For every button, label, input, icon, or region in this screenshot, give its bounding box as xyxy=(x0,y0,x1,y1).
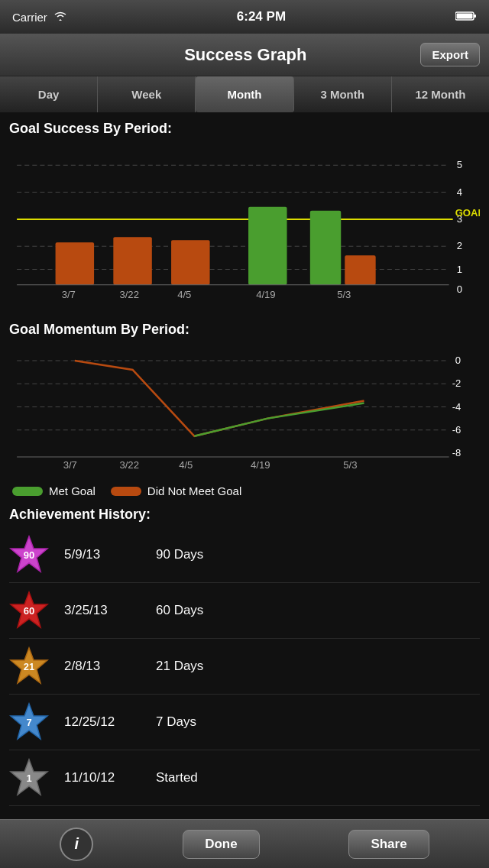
svg-text:1: 1 xyxy=(26,772,31,784)
tab-day[interactable]: Day xyxy=(0,76,98,112)
momentum-chart-container: 0 -2 -4 -6 -8 3/7 3/22 4/5 4/19 5/3 xyxy=(9,344,480,477)
share-button[interactable]: Share xyxy=(348,830,429,859)
badge-60days: 60 xyxy=(9,591,49,630)
main-content: Goal Success By Period: 5 4 3 2 1 0 GOAL xyxy=(0,113,489,819)
achievement-row-90days: 90 5/9/13 90 Days xyxy=(9,527,480,583)
page-title: Success Graph xyxy=(70,45,420,65)
achievement-row-21days: 21 2/8/13 21 Days xyxy=(9,639,480,695)
did-not-meet-label: Did Not Meet Goal xyxy=(147,484,241,497)
carrier-label: Carrier xyxy=(12,11,47,24)
tab-3month[interactable]: 3 Month xyxy=(294,76,392,112)
svg-text:2: 2 xyxy=(457,240,462,251)
svg-text:-4: -4 xyxy=(452,401,461,413)
svg-text:5/3: 5/3 xyxy=(343,459,357,471)
export-button[interactable]: Export xyxy=(420,43,480,66)
info-button[interactable]: i xyxy=(60,828,93,861)
achievement-history-title: Achievement History: xyxy=(9,507,480,523)
tab-bar: Day Week Month 3 Month 12 Month xyxy=(0,76,489,113)
battery-icon xyxy=(455,11,477,24)
svg-text:7: 7 xyxy=(26,717,31,728)
done-button[interactable]: Done xyxy=(183,830,260,859)
achievement-label-1: 60 Days xyxy=(156,603,203,618)
svg-text:4/19: 4/19 xyxy=(251,459,270,471)
achievement-label-4: Started xyxy=(156,770,198,785)
svg-text:-8: -8 xyxy=(452,447,461,458)
badge-started: 1 xyxy=(9,758,49,798)
svg-text:90: 90 xyxy=(24,549,34,561)
svg-text:21: 21 xyxy=(24,661,34,672)
bottom-bar: i Done Share xyxy=(0,819,489,868)
svg-rect-19 xyxy=(248,207,287,285)
svg-rect-20 xyxy=(310,211,341,285)
svg-text:-6: -6 xyxy=(452,424,461,436)
svg-text:60: 60 xyxy=(24,605,34,617)
tab-week[interactable]: Week xyxy=(98,76,196,112)
svg-rect-16 xyxy=(56,242,94,285)
met-goal-legend: Met Goal xyxy=(12,484,96,497)
achievement-date-1: 3/25/13 xyxy=(64,603,156,618)
header: Success Graph Export xyxy=(0,34,489,76)
status-time: 6:24 PM xyxy=(237,9,286,24)
achievement-date-3: 12/25/12 xyxy=(64,714,156,730)
badge-21days: 21 xyxy=(9,646,49,686)
achievement-label-0: 90 Days xyxy=(156,547,203,562)
achievement-row-60days: 60 3/25/13 60 Days xyxy=(9,583,480,639)
tab-12month[interactable]: 12 Month xyxy=(392,76,489,112)
svg-rect-18 xyxy=(171,240,209,285)
svg-text:1: 1 xyxy=(457,264,462,275)
svg-text:4/5: 4/5 xyxy=(177,289,191,300)
svg-text:4: 4 xyxy=(457,186,462,198)
svg-text:GOAL: GOAL xyxy=(455,207,480,219)
svg-text:4/5: 4/5 xyxy=(179,459,193,471)
svg-text:3/22: 3/22 xyxy=(119,459,139,471)
achievement-date-2: 2/8/13 xyxy=(64,659,156,674)
status-left: Carrier xyxy=(12,11,67,24)
badge-90days: 90 xyxy=(9,535,49,575)
did-not-meet-color xyxy=(111,487,141,496)
achievement-row-7days: 7 12/25/12 7 Days xyxy=(9,695,480,750)
svg-rect-17 xyxy=(113,237,151,285)
svg-text:5: 5 xyxy=(457,159,462,170)
did-not-meet-legend: Did Not Meet Goal xyxy=(111,484,241,497)
svg-rect-21 xyxy=(345,255,375,284)
achievement-date-0: 5/9/13 xyxy=(64,547,156,562)
svg-text:3/7: 3/7 xyxy=(62,289,76,300)
svg-text:3/7: 3/7 xyxy=(63,459,77,471)
status-bar: Carrier 6:24 PM xyxy=(0,0,489,34)
svg-text:0: 0 xyxy=(457,283,462,295)
svg-text:3/22: 3/22 xyxy=(119,289,139,300)
status-right xyxy=(455,11,477,24)
svg-text:5/3: 5/3 xyxy=(337,289,351,300)
met-goal-color xyxy=(12,487,43,496)
svg-rect-1 xyxy=(474,15,476,18)
svg-text:-2: -2 xyxy=(452,377,461,389)
bar-chart-container: 5 4 3 2 1 0 GOAL 3/7 3 xyxy=(9,143,480,314)
tab-month[interactable]: Month xyxy=(196,76,293,112)
badge-7days: 7 xyxy=(9,702,49,742)
momentum-chart-title: Goal Momentum By Period: xyxy=(9,322,480,338)
wifi-icon xyxy=(53,11,67,24)
achievement-row-started: 1 11/10/12 Started xyxy=(9,750,480,806)
legend: Met Goal Did Not Meet Goal xyxy=(12,484,480,497)
svg-rect-2 xyxy=(457,13,473,18)
achievement-date-4: 11/10/12 xyxy=(64,770,156,785)
achievement-label-2: 21 Days xyxy=(156,659,203,674)
achievement-label-3: 7 Days xyxy=(156,714,196,730)
svg-text:4/19: 4/19 xyxy=(256,289,276,300)
met-goal-label: Met Goal xyxy=(49,484,96,497)
svg-text:0: 0 xyxy=(455,355,461,366)
bar-chart-title: Goal Success By Period: xyxy=(9,121,480,137)
